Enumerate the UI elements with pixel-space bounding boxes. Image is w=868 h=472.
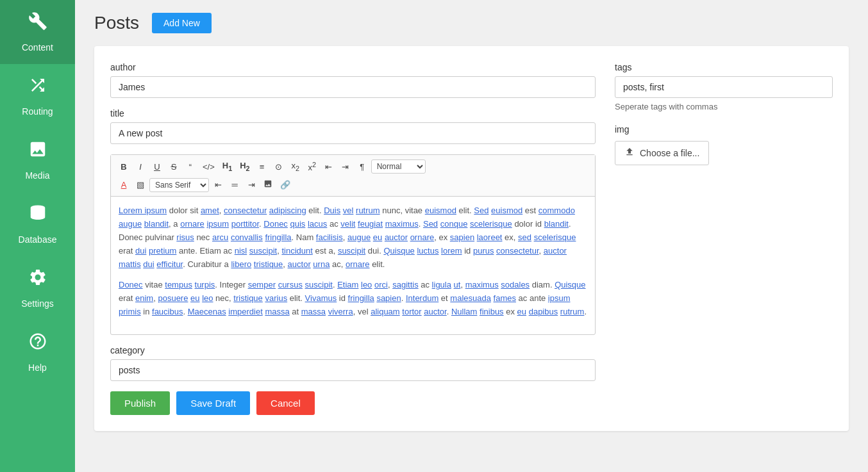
editor-container: B I U S “ </> H1 H2 ≡ ⊙ x2 x2 ⇤ ⇥ xyxy=(110,154,596,335)
tags-hint: Seperate tags with commas xyxy=(615,102,833,111)
wrench-icon xyxy=(28,12,47,38)
action-buttons: Publish Save Draft Cancel xyxy=(110,391,596,415)
sidebar-item-content-label: Content xyxy=(22,42,53,53)
sidebar-item-database-label: Database xyxy=(19,234,57,245)
choose-file-button[interactable]: Choose a file... xyxy=(615,141,709,165)
category-field-group: category xyxy=(110,345,596,381)
sidebar-item-help[interactable]: Help xyxy=(0,320,75,384)
category-input[interactable] xyxy=(110,359,596,381)
sidebar-item-content[interactable]: Content xyxy=(0,0,75,64)
page-header: Posts Add New xyxy=(94,13,849,33)
tags-field-group: tags Seperate tags with commas xyxy=(615,62,833,111)
sidebar-item-settings[interactable]: Settings xyxy=(0,256,75,320)
format-select[interactable]: Normal Heading 1 Heading 2 xyxy=(371,159,426,174)
author-field-group: author xyxy=(110,62,596,98)
gear-icon xyxy=(28,268,47,295)
main-content: Posts Add New author title B I xyxy=(75,0,868,472)
align-right-button[interactable]: ⇥ xyxy=(244,178,259,191)
align-left-button[interactable]: ⇤ xyxy=(210,178,226,191)
category-label: category xyxy=(110,345,596,355)
quote-button[interactable]: “ xyxy=(183,160,198,174)
ul-button[interactable]: ≡ xyxy=(255,160,270,174)
h1-button[interactable]: H1 xyxy=(219,159,235,174)
bold-button[interactable]: B xyxy=(116,160,131,174)
direction-button[interactable]: ¶ xyxy=(355,160,370,174)
choose-file-label: Choose a file... xyxy=(640,148,699,158)
question-icon xyxy=(28,332,47,359)
add-new-button[interactable]: Add New xyxy=(152,13,212,33)
img-field-group: img Choose a file... xyxy=(615,124,833,165)
author-label: author xyxy=(110,62,596,72)
subscript-button[interactable]: x2 xyxy=(288,159,303,174)
image-icon xyxy=(28,140,47,167)
toolbar-row-1: B I U S “ </> H1 H2 ≡ ⊙ x2 x2 ⇤ ⇥ xyxy=(116,159,426,174)
h2-button[interactable]: H2 xyxy=(237,159,253,174)
img-label: img xyxy=(615,124,833,134)
editor-content[interactable]: Lorem ipsum dolor sit amet, consectetur … xyxy=(111,197,595,334)
sidebar-item-database[interactable]: Database xyxy=(0,192,75,256)
strike-button[interactable]: S xyxy=(166,160,181,174)
main-form: author title B I U S “ </> xyxy=(110,62,596,415)
italic-button[interactable]: I xyxy=(133,160,148,174)
database-icon xyxy=(28,204,47,231)
editor-toolbar: B I U S “ </> H1 H2 ≡ ⊙ x2 x2 ⇤ ⇥ xyxy=(111,155,595,197)
tags-input[interactable] xyxy=(615,76,833,98)
align-center-button[interactable]: ═ xyxy=(227,178,242,191)
toolbar-row-2: A ▧ Sans Serif Serif Monospace ⇤ ═ ⇥ xyxy=(116,177,294,192)
post-form-card: author title B I U S “ </> xyxy=(94,46,849,431)
tags-label: tags xyxy=(615,62,833,72)
ol-button[interactable]: ⊙ xyxy=(271,160,287,174)
insert-image-button[interactable] xyxy=(260,177,276,192)
title-input[interactable] xyxy=(110,122,596,144)
publish-button[interactable]: Publish xyxy=(110,391,170,415)
underline-button[interactable]: U xyxy=(149,160,165,174)
author-input[interactable] xyxy=(110,76,596,98)
title-field-group: title xyxy=(110,108,596,144)
font-select[interactable]: Sans Serif Serif Monospace xyxy=(149,178,209,192)
sidebar: Content Routing Media Database xyxy=(0,0,75,472)
insert-link-button[interactable]: 🔗 xyxy=(277,178,294,191)
sidebar-item-routing-label: Routing xyxy=(22,106,53,117)
sidebar-item-settings-label: Settings xyxy=(21,298,54,309)
bg-color-button[interactable]: ▧ xyxy=(133,178,148,191)
save-draft-button[interactable]: Save Draft xyxy=(176,391,250,415)
cancel-button[interactable]: Cancel xyxy=(256,391,315,415)
indent-right-button[interactable]: ⇥ xyxy=(338,160,353,174)
superscript-button[interactable]: x2 xyxy=(305,159,320,174)
sidebar-item-routing[interactable]: Routing xyxy=(0,64,75,128)
sidebar-item-media-label: Media xyxy=(25,170,49,181)
font-color-button[interactable]: A xyxy=(116,178,131,191)
indent-left-button[interactable]: ⇤ xyxy=(321,160,337,174)
title-label: title xyxy=(110,108,596,118)
code-button[interactable]: </> xyxy=(199,160,218,174)
page-title: Posts xyxy=(94,13,139,33)
sidebar-form: tags Seperate tags with commas img Choos… xyxy=(615,62,833,415)
sidebar-item-media[interactable]: Media xyxy=(0,128,75,192)
shuffle-icon xyxy=(28,76,47,102)
sidebar-item-help-label: Help xyxy=(28,362,47,373)
upload-icon xyxy=(624,147,635,159)
